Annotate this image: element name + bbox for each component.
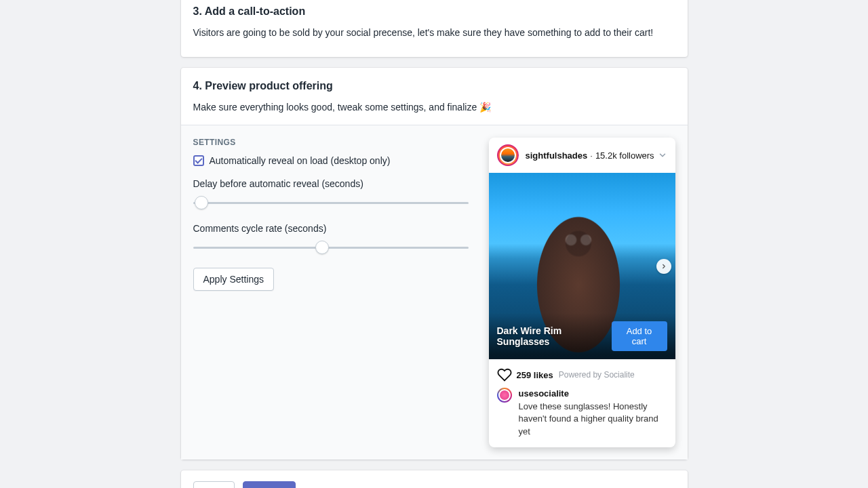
- step-4-card: 4. Preview product offering Make sure ev…: [181, 68, 688, 460]
- powered-by-label: Powered by Socialite: [559, 370, 635, 380]
- footer-card: Back Finalize: [181, 470, 688, 488]
- comment-username[interactable]: usesocialite: [519, 388, 667, 400]
- product-name: Dark Wire Rim Sunglasses: [497, 325, 612, 347]
- delay-slider-thumb[interactable]: [195, 196, 208, 209]
- step-4-title: 4. Preview product offering: [193, 80, 675, 92]
- chevron-down-icon[interactable]: [658, 150, 667, 160]
- auto-reveal-label: Automatically reveal on load (desktop on…: [210, 155, 391, 166]
- step-4-desc: Make sure everything looks good, tweak s…: [193, 102, 675, 113]
- back-button[interactable]: Back: [193, 481, 235, 488]
- next-image-button[interactable]: [656, 259, 671, 274]
- comment-text: Love these sunglasses! Honestly haven't …: [519, 401, 658, 436]
- delay-slider-label: Delay before automatic reveal (seconds): [193, 178, 469, 189]
- cycle-slider-label: Comments cycle rate (seconds): [193, 223, 469, 234]
- preview-username[interactable]: sightfulshades: [526, 150, 588, 161]
- step-3-card: 3. Add a call-to-action Visitors are goi…: [181, 0, 688, 57]
- preview-followers: 15.2k followers: [595, 150, 654, 161]
- party-popper-icon: 🎉: [479, 102, 491, 113]
- heart-icon[interactable]: [497, 367, 512, 382]
- cycle-slider[interactable]: [193, 241, 469, 254]
- preview-image: Dark Wire Rim Sunglasses Add to cart: [489, 173, 675, 359]
- likes-count: 259 likes: [517, 370, 553, 380]
- apply-settings-button[interactable]: Apply Settings: [193, 268, 275, 291]
- delay-slider[interactable]: [193, 196, 469, 209]
- preview-widget: sightfulshades · 15.2k followers Dark Wi…: [489, 138, 675, 447]
- settings-heading: SETTINGS: [193, 138, 469, 147]
- step-3-title: 3. Add a call-to-action: [193, 5, 675, 18]
- finalize-button[interactable]: Finalize: [243, 481, 296, 488]
- commenter-avatar[interactable]: [497, 388, 512, 403]
- auto-reveal-checkbox[interactable]: [193, 155, 204, 166]
- step-3-desc: Visitors are going to be sold by your so…: [193, 27, 675, 38]
- profile-avatar[interactable]: [497, 144, 519, 166]
- add-to-cart-button[interactable]: Add to cart: [612, 321, 667, 351]
- cycle-slider-thumb[interactable]: [315, 241, 329, 254]
